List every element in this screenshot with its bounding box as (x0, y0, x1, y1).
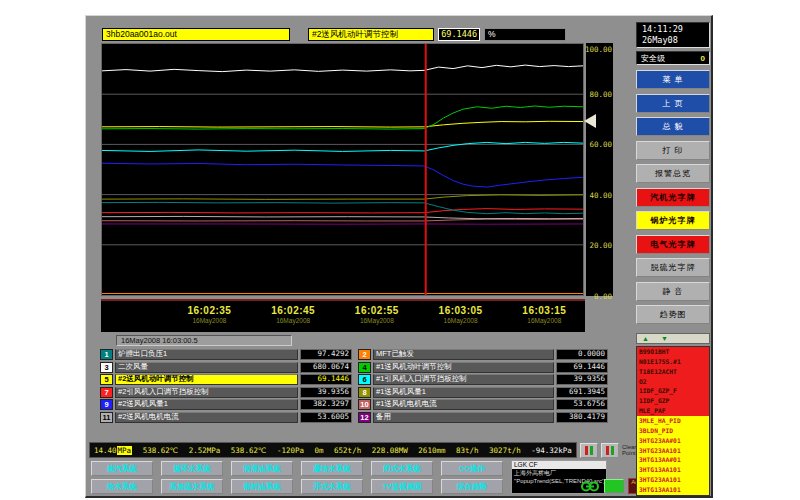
legend-row[interactable]: 9#2送风机风量1382.3297 (100, 399, 352, 410)
legend-pen-name: #1引风机入口调节挡板控制 (373, 374, 554, 385)
legend-row[interactable]: 5#2送风机动叶调节控制69.1446 (100, 374, 352, 385)
nav-button[interactable]: 闭式水系统 (371, 461, 433, 476)
nav-button[interactable]: 润滑油系统 (231, 461, 293, 476)
message-title: LGK CF (512, 461, 606, 469)
nav-button[interactable]: 抽汽系统 (91, 461, 153, 476)
trend-svg (102, 44, 583, 295)
date-label: 16May2008 (187, 317, 231, 324)
legend-row[interactable]: 2MFT已触发0.0000 (358, 349, 608, 360)
safety-level: 安全级 0 (636, 51, 710, 65)
trend-line-pen7-idf2-damper (102, 209, 583, 213)
time-axis-tick: 16:03:1516May2008 (522, 305, 566, 324)
legend-row[interactable]: 7#2引风机入口调节挡板控制39.9356 (100, 387, 352, 398)
sidebar-button[interactable]: 菜 单 (636, 70, 710, 89)
scroll-up-icon[interactable]: ▲ (642, 335, 649, 342)
safety-label: 安全级 (641, 53, 665, 64)
clock-time: 14:11:29 (642, 24, 704, 35)
alarm-list-item[interactable]: 3HTG23AA#01 (637, 436, 709, 446)
legend-pen-chip: 12 (358, 412, 371, 423)
legend-row[interactable]: 4#1送风机动叶调节控制69.1446 (358, 362, 608, 373)
sidebar-button[interactable]: 汽机光字牌 (636, 188, 710, 207)
pen-indicator-button[interactable] (580, 443, 598, 458)
alarm-list-item[interactable]: B99O1BHT (637, 347, 709, 357)
legend-pen-value: 53.6005 (300, 412, 352, 423)
legend-pen-chip: 7 (100, 387, 113, 398)
legend-row[interactable]: 11#2送风机电机电流53.6005 (100, 412, 352, 423)
legend-pen-name: #1送风机风量1 (373, 387, 554, 398)
sidebar-button[interactable]: 打 印 (636, 141, 710, 160)
alarm-list-item[interactable]: 3MLE_HA_PID (637, 416, 709, 426)
nav-button[interactable]: CC操作 (441, 461, 503, 476)
legend-pen-chip: 2 (358, 349, 371, 360)
sidebar-button[interactable]: 脱硫光字牌 (636, 258, 710, 277)
legend-row[interactable]: 8#1送风机风量1691.3945 (358, 387, 608, 398)
nav-button[interactable]: TV监视画面 (371, 479, 433, 494)
sidebar-button[interactable]: 报警总览 (636, 164, 710, 183)
status-bar: 14.40MPa538.62℃2.52MPa538.62℃-120Pa0m652… (89, 442, 577, 458)
trend-line-pen6-idf1-damper (102, 142, 583, 151)
date-label: 16May2008 (522, 317, 566, 324)
legend-pen-value: 69.1446 (300, 374, 352, 385)
alarm-list-item[interactable]: 3HTG13AA101 (637, 465, 709, 475)
alarm-list-item[interactable]: MLE_PAF (637, 406, 709, 416)
time-label: 16:02:35 (187, 305, 231, 316)
status-value: 0m (315, 446, 324, 455)
alarm-list-item[interactable]: T18E12ACHT (637, 367, 709, 377)
trend-line-pen3-secondary-air (102, 65, 583, 72)
legend-row[interactable]: 3二次风量680.0674 (100, 362, 352, 373)
legend-row[interactable]: 10#1送风机电机电流53.6756 (358, 399, 608, 410)
legend-pen-value: 0.0000 (556, 349, 608, 360)
legend-pen-name: #2引风机入口调节挡板控制 (115, 387, 298, 398)
alarm-list-item[interactable]: 1IDF_GZP_F (637, 386, 709, 396)
alarm-list-item[interactable]: 3HTG23AA101 (637, 446, 709, 456)
alarm-list-item[interactable]: 3HTG23AA101 (637, 475, 709, 485)
link-icon[interactable] (580, 479, 600, 494)
pen-indicator-button[interactable] (601, 443, 619, 458)
sidebar-button[interactable]: 锅炉光字牌 (636, 211, 710, 230)
legend-pen-value: 380.4179 (556, 412, 608, 423)
legend-pen-chip: 11 (100, 412, 113, 423)
alarm-list-item[interactable]: O2 (637, 377, 709, 387)
nav-button[interactable]: 给水系统 (91, 479, 153, 494)
nav-button[interactable]: 密封油系统 (231, 479, 293, 494)
alarm-list-item[interactable]: 3BLDN_PID (637, 426, 709, 436)
legend-pen-value: 97.4292 (300, 349, 352, 360)
legend-pen-chip: 1 (100, 349, 113, 360)
legend-column-right: 2MFT已触发0.00004#1送风机动叶调节控制69.14466#1引风机入口… (358, 349, 608, 423)
alarm-list-item[interactable]: N01E175S.#1 (637, 357, 709, 367)
trend-line-pen10-fan1-current (102, 219, 583, 221)
screen-button[interactable] (604, 479, 624, 493)
trend-title-field[interactable]: #2送风机动叶调节控制 (308, 28, 434, 41)
nav-button[interactable]: 循环水系统 (161, 461, 223, 476)
sidebar-button[interactable]: 电气光字牌 (636, 235, 710, 254)
legend-pen-chip: 3 (100, 362, 113, 373)
legend-row[interactable]: 6#1引风机入口调节挡板控制39.9356 (358, 374, 608, 385)
nav-button[interactable]: 高加疏水系统 (161, 479, 223, 494)
clock: 14:11:29 26May08 (636, 22, 710, 48)
sidebar-button[interactable]: 总 貌 (636, 117, 710, 136)
nav-button[interactable]: 开式水系统 (301, 479, 363, 494)
trend-line-pen5-fan2-blade (102, 121, 583, 127)
legend-pen-name: #1送风机电机电流 (373, 399, 554, 410)
legend-pen-value: 39.9356 (556, 374, 608, 385)
dcs-trend-window: 3hb20aa001ao.out #2送风机动叶调节控制 69.1446 % 1… (85, 15, 713, 498)
sidebar-button[interactable]: 上 页 (636, 94, 710, 113)
alarm-list-item[interactable]: 3HTG13AA101 (637, 485, 709, 495)
y-axis-label: 100.00 (585, 45, 612, 54)
sidebar-button[interactable]: 趋势图 (636, 305, 710, 324)
legend-pen-value: 39.9356 (300, 387, 352, 398)
nav-button[interactable]: 综合趋势 (441, 479, 503, 494)
alarm-list-item[interactable]: 3HTG13AA#01 (637, 455, 709, 465)
alarm-list-item[interactable]: 1IDF_GZP (637, 396, 709, 406)
trend-chart[interactable] (101, 43, 584, 296)
clock-date: 26May08 (642, 35, 704, 46)
nav-row-2: 给水系统高加疏水系统密封油系统开式水系统TV监视画面综合趋势 (91, 479, 503, 494)
nav-button[interactable]: 凝结水系统 (301, 461, 363, 476)
legend-row[interactable]: 12备用380.4179 (358, 412, 608, 423)
y-axis-label: 60.00 (589, 140, 612, 149)
sidebar-button[interactable]: 静 音 (636, 282, 710, 301)
safety-value: 0 (701, 54, 705, 63)
trend-tag-field[interactable]: 3hb20aa001ao.out (102, 28, 290, 41)
legend-row[interactable]: 1炉膛出口负压197.4292 (100, 349, 352, 360)
scroll-down-icon[interactable]: ▼ (661, 335, 668, 342)
